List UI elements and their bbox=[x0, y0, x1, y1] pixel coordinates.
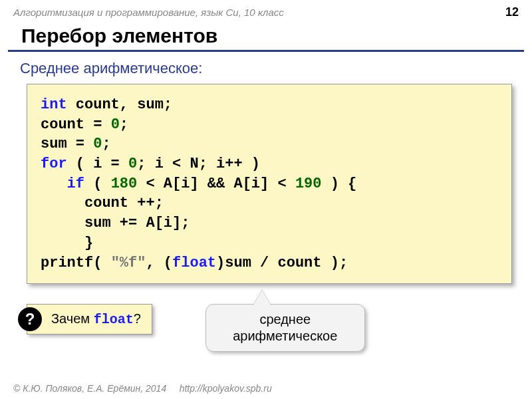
copyright: © К.Ю. Поляков, Е.А. Ерёмин, 2014 bbox=[13, 383, 166, 394]
footer-url: http://kpolyakov.spb.ru bbox=[180, 383, 272, 394]
callout-tail-icon bbox=[253, 290, 271, 306]
code-block: int count, sum; count = 0; sum = 0; for … bbox=[27, 84, 512, 284]
question-text-a: Зачем bbox=[51, 311, 94, 326]
page-number: 12 bbox=[505, 5, 519, 19]
question-mark-icon: ? bbox=[18, 307, 42, 331]
slide-footer: © К.Ю. Поляков, Е.А. Ерёмин, 2014 http:/… bbox=[13, 383, 272, 394]
slide-subtitle: Среднее арифметическое: bbox=[0, 57, 532, 80]
callout-line2: арифметическое bbox=[222, 328, 348, 344]
callout-line1: среднее bbox=[222, 311, 348, 328]
course-name: Алгоритмизация и программирование, язык … bbox=[13, 7, 284, 18]
callout-box: среднее арифметическое bbox=[205, 304, 365, 352]
question-text-b: ? bbox=[134, 311, 141, 326]
question-code: float bbox=[94, 312, 134, 327]
question-box: ? Зачем float? bbox=[27, 304, 152, 334]
slide-header: Алгоритмизация и программирование, язык … bbox=[0, 0, 532, 22]
bottom-row: ? Зачем float? среднее арифметическое bbox=[0, 304, 532, 352]
slide-title: Перебор элементов bbox=[8, 22, 524, 52]
